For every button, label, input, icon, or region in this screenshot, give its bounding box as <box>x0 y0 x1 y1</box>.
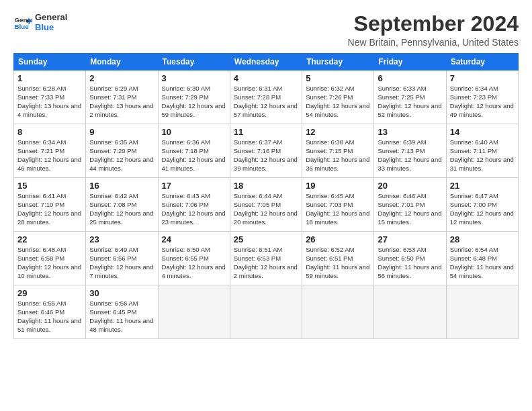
calendar-cell <box>374 285 446 339</box>
day-number: 16 <box>89 181 154 191</box>
calendar-cell: 13Sunrise: 6:39 AMSunset: 7:13 PMDayligh… <box>374 124 446 178</box>
calendar-cell: 24Sunrise: 6:50 AMSunset: 6:55 PMDayligh… <box>158 232 230 285</box>
day-number: 23 <box>89 234 154 244</box>
calendar-cell: 4Sunrise: 6:31 AMSunset: 7:28 PMDaylight… <box>230 71 302 124</box>
day-detail: Sunrise: 6:31 AMSunset: 7:28 PMDaylight:… <box>234 85 298 118</box>
day-detail: Sunrise: 6:56 AMSunset: 6:45 PMDaylight:… <box>89 300 153 332</box>
day-detail: Sunrise: 6:55 AMSunset: 6:46 PMDaylight:… <box>17 300 81 332</box>
weekday-header: Thursday <box>302 54 374 71</box>
day-number: 18 <box>234 181 298 191</box>
calendar-cell: 29Sunrise: 6:55 AMSunset: 6:46 PMDayligh… <box>14 285 86 339</box>
day-detail: Sunrise: 6:32 AMSunset: 7:26 PMDaylight:… <box>306 85 369 118</box>
calendar-cell <box>302 285 374 339</box>
calendar-cell: 26Sunrise: 6:52 AMSunset: 6:51 PMDayligh… <box>302 232 374 285</box>
day-number: 20 <box>378 181 442 191</box>
day-number: 6 <box>378 73 442 83</box>
day-number: 11 <box>234 127 298 137</box>
day-detail: Sunrise: 6:43 AMSunset: 7:06 PMDaylight:… <box>162 192 226 225</box>
day-detail: Sunrise: 6:50 AMSunset: 6:55 PMDaylight:… <box>162 246 226 279</box>
calendar-cell: 21Sunrise: 6:47 AMSunset: 7:00 PMDayligh… <box>446 178 518 232</box>
header: General Blue General Blue September 2024… <box>13 12 519 48</box>
day-detail: Sunrise: 6:30 AMSunset: 7:29 PMDaylight:… <box>162 85 226 118</box>
day-detail: Sunrise: 6:47 AMSunset: 7:00 PMDaylight:… <box>450 192 514 225</box>
day-number: 12 <box>306 127 370 137</box>
calendar-cell: 9Sunrise: 6:35 AMSunset: 7:20 PMDaylight… <box>86 124 158 178</box>
svg-text:Blue: Blue <box>14 23 29 30</box>
day-detail: Sunrise: 6:45 AMSunset: 7:03 PMDaylight:… <box>306 192 369 225</box>
calendar-cell: 5Sunrise: 6:32 AMSunset: 7:26 PMDaylight… <box>302 71 374 124</box>
day-number: 5 <box>306 73 370 83</box>
day-detail: Sunrise: 6:33 AMSunset: 7:25 PMDaylight:… <box>378 85 441 118</box>
day-number: 26 <box>306 234 370 244</box>
calendar-cell: 30Sunrise: 6:56 AMSunset: 6:45 PMDayligh… <box>86 285 158 339</box>
day-number: 2 <box>89 73 154 83</box>
calendar-cell: 10Sunrise: 6:36 AMSunset: 7:18 PMDayligh… <box>158 124 230 178</box>
day-number: 25 <box>234 234 298 244</box>
calendar-cell: 11Sunrise: 6:37 AMSunset: 7:16 PMDayligh… <box>230 124 302 178</box>
day-number: 3 <box>162 73 226 83</box>
day-detail: Sunrise: 6:49 AMSunset: 6:56 PMDaylight:… <box>89 246 153 279</box>
day-number: 30 <box>89 288 154 298</box>
calendar-cell <box>230 285 302 339</box>
day-detail: Sunrise: 6:38 AMSunset: 7:15 PMDaylight:… <box>306 138 369 171</box>
calendar-cell: 6Sunrise: 6:33 AMSunset: 7:25 PMDaylight… <box>374 71 446 124</box>
day-detail: Sunrise: 6:34 AMSunset: 7:23 PMDaylight:… <box>450 85 514 118</box>
weekday-header: Sunday <box>14 54 86 71</box>
logo: General Blue General Blue <box>13 12 67 32</box>
day-detail: Sunrise: 6:40 AMSunset: 7:11 PMDaylight:… <box>450 138 514 171</box>
day-detail: Sunrise: 6:53 AMSunset: 6:50 PMDaylight:… <box>378 246 441 279</box>
calendar-cell: 7Sunrise: 6:34 AMSunset: 7:23 PMDaylight… <box>446 71 518 124</box>
logo-icon: General Blue <box>13 13 32 32</box>
calendar-cell: 19Sunrise: 6:45 AMSunset: 7:03 PMDayligh… <box>302 178 374 232</box>
day-detail: Sunrise: 6:41 AMSunset: 7:10 PMDaylight:… <box>17 192 81 225</box>
day-detail: Sunrise: 6:39 AMSunset: 7:13 PMDaylight:… <box>378 138 441 171</box>
calendar-table: SundayMondayTuesdayWednesdayThursdayFrid… <box>13 53 519 339</box>
day-number: 21 <box>450 181 515 191</box>
day-detail: Sunrise: 6:52 AMSunset: 6:51 PMDaylight:… <box>306 246 369 279</box>
weekday-header: Saturday <box>446 54 518 71</box>
day-detail: Sunrise: 6:51 AMSunset: 6:53 PMDaylight:… <box>234 246 298 279</box>
calendar-cell: 22Sunrise: 6:48 AMSunset: 6:58 PMDayligh… <box>14 232 86 285</box>
calendar-cell <box>446 285 518 339</box>
calendar-cell: 8Sunrise: 6:34 AMSunset: 7:21 PMDaylight… <box>14 124 86 178</box>
calendar-cell: 23Sunrise: 6:49 AMSunset: 6:56 PMDayligh… <box>86 232 158 285</box>
day-number: 24 <box>162 234 226 244</box>
day-number: 15 <box>17 181 82 191</box>
day-number: 4 <box>234 73 298 83</box>
calendar-cell: 18Sunrise: 6:44 AMSunset: 7:05 PMDayligh… <box>230 178 302 232</box>
weekday-header: Monday <box>86 54 158 71</box>
day-number: 7 <box>450 73 515 83</box>
day-number: 13 <box>378 127 442 137</box>
day-detail: Sunrise: 6:34 AMSunset: 7:21 PMDaylight:… <box>17 138 81 171</box>
calendar-cell: 14Sunrise: 6:40 AMSunset: 7:11 PMDayligh… <box>446 124 518 178</box>
day-detail: Sunrise: 6:37 AMSunset: 7:16 PMDaylight:… <box>234 138 298 171</box>
day-detail: Sunrise: 6:46 AMSunset: 7:01 PMDaylight:… <box>378 192 441 225</box>
day-number: 10 <box>162 127 226 137</box>
day-detail: Sunrise: 6:48 AMSunset: 6:58 PMDaylight:… <box>17 246 81 279</box>
day-number: 28 <box>450 234 515 244</box>
day-number: 17 <box>162 181 226 191</box>
calendar-cell: 17Sunrise: 6:43 AMSunset: 7:06 PMDayligh… <box>158 178 230 232</box>
day-number: 8 <box>17 127 82 137</box>
day-number: 29 <box>17 288 82 298</box>
title-area: September 2024 New Britain, Pennsylvania… <box>348 12 519 48</box>
day-number: 1 <box>17 73 82 83</box>
calendar-cell: 25Sunrise: 6:51 AMSunset: 6:53 PMDayligh… <box>230 232 302 285</box>
location: New Britain, Pennsylvania, United States <box>348 37 519 48</box>
calendar-cell: 20Sunrise: 6:46 AMSunset: 7:01 PMDayligh… <box>374 178 446 232</box>
day-detail: Sunrise: 6:44 AMSunset: 7:05 PMDaylight:… <box>234 192 298 225</box>
day-number: 27 <box>378 234 442 244</box>
day-number: 14 <box>450 127 515 137</box>
weekday-header: Friday <box>374 54 446 71</box>
calendar-cell: 16Sunrise: 6:42 AMSunset: 7:08 PMDayligh… <box>86 178 158 232</box>
day-detail: Sunrise: 6:36 AMSunset: 7:18 PMDaylight:… <box>162 138 226 171</box>
day-number: 22 <box>17 234 82 244</box>
calendar-cell <box>158 285 230 339</box>
weekday-header: Tuesday <box>158 54 230 71</box>
day-detail: Sunrise: 6:54 AMSunset: 6:48 PMDaylight:… <box>450 246 514 279</box>
day-detail: Sunrise: 6:35 AMSunset: 7:20 PMDaylight:… <box>89 138 153 171</box>
day-number: 19 <box>306 181 370 191</box>
calendar-cell: 27Sunrise: 6:53 AMSunset: 6:50 PMDayligh… <box>374 232 446 285</box>
month-title: September 2024 <box>348 12 519 36</box>
calendar-page: General Blue General Blue September 2024… <box>0 0 532 346</box>
